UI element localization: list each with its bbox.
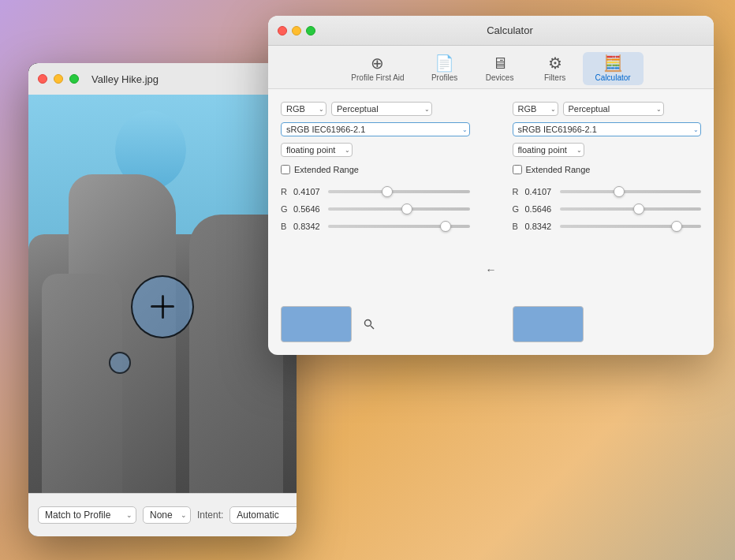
svg-point-0 bbox=[365, 320, 371, 327]
right-slider-r: R 0.4107 bbox=[513, 187, 702, 196]
left-r-label: R bbox=[281, 187, 289, 196]
right-colormodel-select[interactable]: RGBCMYKLab bbox=[513, 102, 558, 116]
toolbar-item-profile-first-aid[interactable]: ⊕ Profile First Aid bbox=[338, 52, 416, 85]
right-extrange-checkbox[interactable] bbox=[513, 165, 522, 174]
right-g-label: G bbox=[513, 204, 520, 214]
right-b-track[interactable] bbox=[560, 225, 702, 228]
calculator-icon: 🧮 bbox=[603, 55, 623, 71]
calc-traffic-lights bbox=[278, 26, 315, 35]
left-colormodel-select[interactable]: RGBCMYKLab bbox=[281, 102, 326, 116]
left-intent-select[interactable]: PerceptualRelative Colorimetric bbox=[331, 102, 432, 116]
right-r-value: 0.4107 bbox=[525, 187, 555, 196]
search-button[interactable] bbox=[358, 313, 380, 335]
right-r-thumb[interactable] bbox=[614, 186, 625, 197]
left-colormodel-wrapper: RGBCMYKLab ⌄ bbox=[281, 102, 326, 116]
toolbar-item-devices[interactable]: 🖥 Devices bbox=[472, 52, 528, 85]
match-profile-select[interactable]: Match to Profile Assign Profile Convert … bbox=[38, 506, 136, 524]
right-swatch-row bbox=[513, 306, 702, 342]
left-r-thumb[interactable] bbox=[382, 186, 393, 197]
left-slider-r: R 0.4107 bbox=[281, 187, 470, 196]
right-b-value: 0.8342 bbox=[525, 222, 555, 231]
rock-far-left bbox=[42, 274, 122, 493]
left-g-thumb[interactable] bbox=[401, 203, 412, 215]
calc-maximize-button[interactable] bbox=[306, 26, 315, 35]
left-intent-wrapper: PerceptualRelative Colorimetric ⌄ bbox=[331, 102, 432, 116]
toolbar-item-calculator[interactable]: 🧮 Calculator bbox=[583, 52, 644, 85]
profiles-icon: 📄 bbox=[435, 55, 454, 71]
left-color-swatch bbox=[281, 306, 352, 342]
right-top-row: RGBCMYKLab ⌄ PerceptualRelative Colorime… bbox=[513, 102, 702, 116]
maximize-button[interactable] bbox=[69, 74, 79, 84]
right-intent-select[interactable]: PerceptualRelative Colorimetric bbox=[563, 102, 664, 116]
left-extrange-label: Extended Range bbox=[294, 165, 359, 174]
left-b-value: 0.8342 bbox=[293, 222, 323, 231]
left-g-track[interactable] bbox=[328, 207, 470, 211]
right-datatype-select[interactable]: floating point8-bit integer16-bit intege… bbox=[513, 143, 584, 157]
svg-line-1 bbox=[371, 326, 374, 329]
left-slider-b: B 0.8342 bbox=[281, 222, 470, 231]
calc-minimize-button[interactable] bbox=[292, 26, 301, 35]
left-profile-select[interactable]: sRGB IEC61966-2.1 bbox=[281, 122, 470, 136]
calculator-label: Calculator bbox=[595, 73, 631, 82]
close-button[interactable] bbox=[38, 74, 47, 84]
left-datatype-wrapper: floating point8-bit integer16-bit intege… bbox=[281, 143, 353, 157]
left-extrange-row: Extended Range bbox=[281, 165, 470, 174]
crosshair-circle[interactable] bbox=[131, 275, 194, 338]
intent-select[interactable]: Automatic Perceptual Relative Colorimetr… bbox=[229, 506, 297, 524]
toolbar-item-profiles[interactable]: 📄 Profiles bbox=[417, 52, 472, 85]
calculator-window: Calculator ⊕ Profile First Aid 📄 Profile… bbox=[268, 16, 714, 355]
right-profile-wrapper: sRGB IEC61966-2.1 ⌄ bbox=[513, 122, 702, 136]
right-color-panel: RGBCMYKLab ⌄ PerceptualRelative Colorime… bbox=[513, 102, 702, 342]
search-icon bbox=[364, 319, 375, 330]
left-datatype-select[interactable]: floating point8-bit integer16-bit intege… bbox=[281, 143, 353, 157]
left-profile-wrapper: sRGB IEC61966-2.1 ⌄ bbox=[281, 122, 470, 136]
left-sliders: R 0.4107 G 0.5646 B 0.8342 bbox=[281, 187, 470, 231]
right-sliders: R 0.4107 G 0.5646 B 0.8342 bbox=[513, 187, 702, 231]
calc-toolbar: ⊕ Profile First Aid 📄 Profiles 🖥 Devices… bbox=[268, 46, 714, 89]
left-top-row: RGBCMYKLab ⌄ PerceptualRelative Colorime… bbox=[281, 102, 470, 116]
arrow-divider: ← bbox=[486, 102, 497, 342]
left-g-label: G bbox=[281, 204, 289, 214]
left-b-label: B bbox=[281, 222, 289, 231]
right-b-label: B bbox=[513, 222, 520, 231]
left-profile-row: sRGB IEC61966-2.1 ⌄ bbox=[281, 122, 470, 136]
image-titlebar: Valley Hike.jpg bbox=[28, 63, 297, 95]
left-b-track[interactable] bbox=[328, 225, 470, 228]
right-slider-g: G 0.5646 bbox=[513, 204, 702, 214]
profile-first-aid-label: Profile First Aid bbox=[351, 73, 404, 82]
filters-label: Filters bbox=[544, 73, 565, 82]
image-bottombar: Match to Profile Assign Profile Convert … bbox=[28, 493, 297, 536]
right-r-track[interactable] bbox=[560, 190, 702, 193]
left-r-track[interactable] bbox=[328, 190, 470, 193]
intent-wrapper: Automatic Perceptual Relative Colorimetr… bbox=[229, 506, 297, 524]
none-select[interactable]: None bbox=[143, 506, 191, 524]
intent-label: Intent: bbox=[197, 510, 223, 521]
right-g-thumb[interactable] bbox=[633, 203, 644, 215]
left-extrange-checkbox[interactable] bbox=[281, 165, 290, 174]
left-slider-g: G 0.5646 bbox=[281, 204, 470, 214]
calc-window-title: Calculator bbox=[315, 24, 704, 36]
right-slider-b: B 0.8342 bbox=[513, 222, 702, 231]
left-swatch-row bbox=[281, 306, 470, 342]
calc-content: RGBCMYKLab ⌄ PerceptualRelative Colorime… bbox=[268, 89, 714, 355]
left-color-panel: RGBCMYKLab ⌄ PerceptualRelative Colorime… bbox=[281, 102, 470, 342]
calc-titlebar: Calculator bbox=[268, 16, 714, 46]
calc-close-button[interactable] bbox=[278, 26, 287, 35]
right-g-value: 0.5646 bbox=[525, 204, 555, 214]
right-g-track[interactable] bbox=[560, 207, 702, 211]
image-title: Valley Hike.jpg bbox=[91, 73, 159, 85]
right-r-label: R bbox=[513, 187, 520, 196]
left-g-value: 0.5646 bbox=[293, 204, 323, 214]
right-datatype-wrapper: floating point8-bit integer16-bit intege… bbox=[513, 143, 584, 157]
right-intent-wrapper: PerceptualRelative Colorimetric ⌄ bbox=[563, 102, 664, 116]
left-b-thumb[interactable] bbox=[440, 221, 451, 232]
match-profile-wrapper: Match to Profile Assign Profile Convert … bbox=[38, 506, 136, 524]
right-profile-select[interactable]: sRGB IEC61966-2.1 bbox=[513, 122, 702, 136]
devices-icon: 🖥 bbox=[492, 55, 508, 71]
toolbar-item-filters[interactable]: ⚙ Filters bbox=[528, 52, 583, 85]
minimize-button[interactable] bbox=[54, 74, 63, 84]
image-window: Valley Hike.jpg Match to Profile Assign … bbox=[28, 63, 297, 536]
left-r-value: 0.4107 bbox=[293, 187, 323, 196]
right-b-thumb[interactable] bbox=[671, 221, 682, 232]
convert-arrow-icon: ← bbox=[486, 263, 497, 276]
